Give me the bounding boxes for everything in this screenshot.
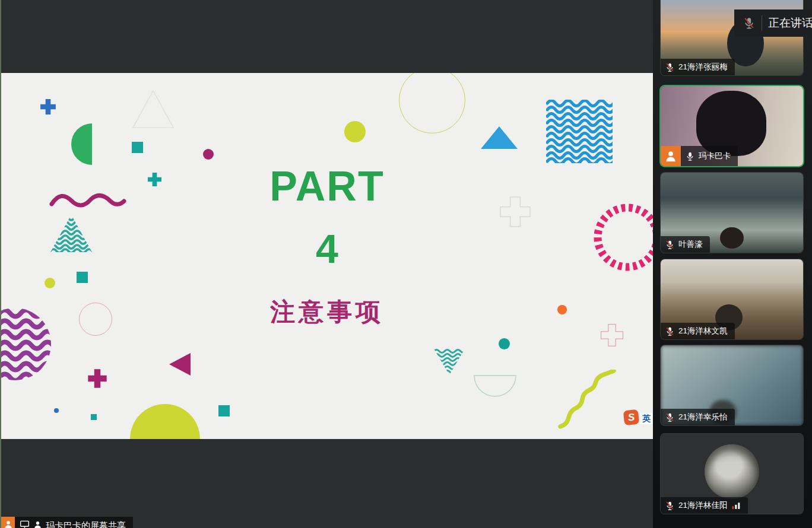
speaking-indicator-text: 正在讲话: [768, 15, 812, 31]
teal-wave-triangle-shape: [50, 215, 92, 252]
screen-share-text: 玛卡巴卡的屏幕共享: [46, 520, 126, 528]
mic-muted-icon: [665, 62, 675, 72]
participant-name: 玛卡巴卡: [699, 151, 731, 161]
teal-plus-shape: [147, 172, 162, 187]
participant-name-bar: 21海洋林佳阳: [661, 497, 748, 514]
blue-triangle-shape: [481, 126, 518, 149]
participant-name: 21海洋幸乐怡: [678, 412, 728, 422]
mic-muted-icon: [665, 501, 675, 511]
avatar: [705, 444, 759, 499]
screen-share-banner: 玛卡巴卡的屏幕共享: [1, 517, 133, 528]
participant-name-bar: 叶善濠: [661, 236, 710, 253]
participant-name-bar: 玛卡巴卡: [681, 146, 738, 166]
yellow-dot-small-shape: [45, 278, 55, 288]
magenta-wavy-line-shape: [49, 192, 126, 209]
blue-wave-square-shape: [546, 100, 613, 163]
slide-title-part: PART: [269, 166, 384, 207]
participant-name-bar: 21海洋幸乐怡: [661, 409, 735, 425]
participant-name-bar: 21海洋林文凯: [661, 323, 735, 339]
magenta-dot-shape: [203, 149, 214, 160]
mic-muted-icon: [665, 326, 675, 336]
teal-square-tiny-shape: [91, 414, 97, 420]
slide-title-block: PART 4 注意事项: [208, 166, 446, 325]
magenta-left-triangle-shape: [169, 353, 191, 376]
person-silhouette: [720, 227, 744, 249]
logo-s-icon: S: [623, 409, 639, 425]
green-half-circle-shape: [71, 123, 92, 165]
outlined-bowl-shape: [474, 375, 516, 397]
slide-logo: S 英: [624, 410, 652, 425]
participant-name: 叶善濠: [678, 239, 703, 250]
yellow-dot-shape: [344, 121, 366, 142]
slide-subtitle: 注意事项: [270, 300, 384, 325]
mic-muted-icon: [665, 412, 675, 422]
sharer-person-icon: [1, 517, 15, 528]
participant-tile-3[interactable]: 叶善濠: [661, 173, 803, 253]
monitor-icon: [20, 520, 30, 528]
participant-tile-5[interactable]: 21海洋幸乐怡: [661, 345, 803, 425]
yellow-outline-circle-shape: [399, 73, 465, 133]
mic-on-icon: [685, 151, 695, 161]
blue-dot-tiny-shape: [54, 408, 59, 413]
participant-name: 21海洋林佳阳: [678, 500, 728, 511]
person-icon: [34, 520, 42, 528]
blue-plus-shape: [40, 98, 56, 115]
purple-wave-circle-shape: [0, 307, 52, 381]
teal-dot-shape: [499, 338, 510, 349]
screen-share-label-bar: 玛卡巴卡的屏幕共享: [15, 517, 133, 528]
participant-tile-6[interactable]: 21海洋林佳阳: [661, 434, 803, 514]
gray-outline-plus-shape: [499, 196, 531, 228]
network-signal-icon: [731, 501, 741, 510]
teal-square-shape: [218, 405, 230, 416]
yellow-dome-shape: [130, 404, 200, 439]
tooltip-divider: [762, 15, 762, 31]
participant-name-bar: 21海洋张丽梅: [661, 59, 735, 75]
pink-dashed-ring-shape: [592, 202, 653, 273]
speaking-indicator-tooltip: 正在讲话: [734, 9, 812, 37]
outlined-triangle-shape: [131, 89, 175, 129]
participants-sidebar[interactable]: 21海洋张丽梅 玛卡巴卡: [653, 0, 812, 528]
logo-suffix-text: 英: [640, 413, 652, 424]
participant-name: 21海洋张丽梅: [678, 62, 728, 72]
pink-outline-circle-shape: [79, 303, 112, 336]
mic-muted-icon: [665, 240, 675, 250]
teal-square-shape: [77, 272, 88, 283]
presenter-badge-icon: [661, 146, 681, 166]
share-border-strip: [0, 0, 1, 528]
teal-square-shape: [132, 142, 143, 153]
yellow-squiggle-shape: [557, 370, 616, 429]
participant-name: 21海洋林文凯: [678, 326, 728, 336]
slide-title-number: 4: [316, 228, 338, 269]
magenta-plus-shape: [87, 368, 107, 389]
mic-muted-gray-icon: [743, 17, 756, 30]
pink-outline-plus-shape: [600, 323, 624, 347]
shared-screen-area: PART 4 注意事项 S 英 玛卡巴卡的屏幕共享: [0, 0, 653, 528]
teal-wave-inverted-triangle-shape: [434, 349, 465, 375]
participant-tile-4[interactable]: 21海洋林文凯: [661, 259, 803, 339]
presentation-slide: PART 4 注意事项 S 英: [0, 73, 653, 439]
participant-tile-2[interactable]: 玛卡巴卡: [661, 86, 803, 166]
orange-dot-shape: [557, 305, 567, 314]
